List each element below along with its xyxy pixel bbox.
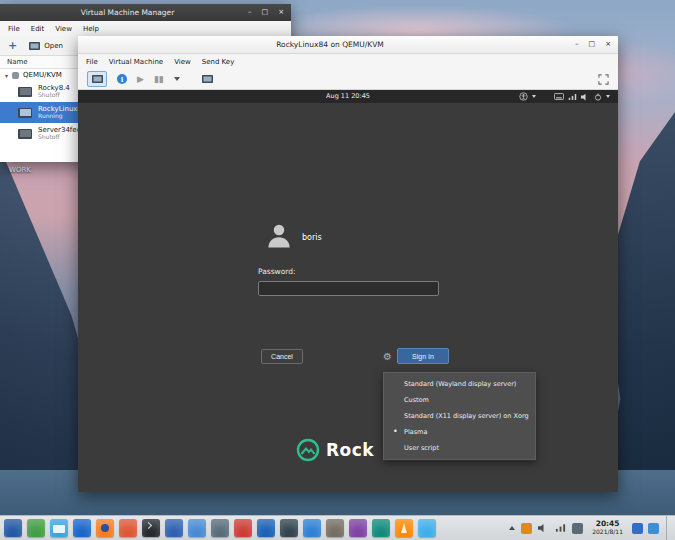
session-gear-icon[interactable]: ⚙ [383,349,392,364]
taskbar: 20:45 2021/8/11 [0,515,675,540]
gimp-icon[interactable] [326,519,344,537]
login-clock[interactable]: Aug 11 20:45 [326,90,370,103]
menu-view[interactable]: View [174,58,191,66]
session-option-plasma[interactable]: • Plasma [384,424,535,440]
volume-tray-icon[interactable] [538,523,549,533]
minimize-icon[interactable]: – [248,9,252,16]
fullscreen-button[interactable] [598,74,609,85]
firefox-icon[interactable] [96,519,114,537]
login-topbar: Aug 11 20:45 [78,90,618,103]
green-app-icon[interactable] [27,519,45,537]
viewer-titlebar[interactable]: RockyLinux84 on QEMU/KVM – □ × [78,36,618,54]
menu-edit[interactable]: Edit [31,25,45,33]
cancel-button[interactable]: Cancel [261,349,303,364]
vm-display[interactable]: Aug 11 20:45 [78,90,618,492]
desktop-folder-label[interactable]: WORK [9,166,31,174]
maximize-icon[interactable]: □ [589,41,596,48]
virtualbox-icon[interactable] [165,519,183,537]
maximize-icon[interactable]: □ [262,9,269,16]
red-app-icon[interactable] [234,519,252,537]
displays-icon[interactable] [202,75,213,83]
viewer-window-title: RockyLinux84 on QEMU/KVM [85,40,575,49]
session-option-xorg[interactable]: Standard (X11 display server) on Xorg [384,408,535,424]
session-option-wayland[interactable]: Standard (Wayland display server) [384,376,535,392]
desktop-root: WORK Virtual Machine Manager – □ × File … [0,0,675,540]
open-console-icon [29,42,40,50]
notifications-icon[interactable] [648,523,659,534]
shutdown-menu-caret-icon[interactable] [174,77,180,81]
menu-file[interactable]: File [8,25,20,33]
recorder-app-icon[interactable] [280,519,298,537]
window-controls: – □ × [575,41,611,48]
system-monitor-icon[interactable] [211,519,229,537]
hardware-details-icon[interactable]: i [117,74,127,84]
close-icon[interactable]: × [605,41,611,48]
clipboard-tray-icon[interactable] [572,523,583,534]
vm-viewer-window: RockyLinux84 on QEMU/KVM – □ × File Virt… [78,36,618,492]
expander-icon[interactable]: ▾ [5,72,8,79]
system-tray [509,523,583,534]
graphical-console-button[interactable] [87,71,107,87]
session-option-custom[interactable]: Custom [384,392,535,408]
keyboard-icon[interactable] [554,93,564,100]
console-icon [92,75,103,83]
connection-icon [12,72,19,79]
vlc-icon[interactable] [395,519,413,537]
vmm-titlebar[interactable]: Virtual Machine Manager – □ × [0,4,291,21]
open-button[interactable]: Open [29,42,63,50]
vmm-menubar: File Edit View Help [0,21,291,36]
open-label: Open [44,42,63,50]
accessibility-icon[interactable] [519,92,528,101]
tray-expand-icon[interactable] [509,526,515,530]
name-column-header: Name [7,58,28,66]
menu-virtual-machine[interactable]: Virtual Machine [109,58,163,66]
rocky-linux-logo: Rock [296,438,374,462]
viewer-toolbar: i ▶ ▮▮ [78,69,618,90]
password-input[interactable] [258,281,439,296]
new-vm-icon[interactable]: + [8,40,17,51]
clock-date: 2021/8/11 [592,529,623,536]
session-option-label: User script [404,444,439,452]
session-option-label: Standard (X11 display server) on Xorg [404,412,529,420]
vmm-window-title: Virtual Machine Manager [7,8,248,17]
document-viewer-icon[interactable] [303,519,321,537]
software-icon[interactable] [119,519,137,537]
teal-app-icon[interactable] [372,519,390,537]
app-launcher-icon[interactable] [4,519,22,537]
connection-label: QEMU/KVM [23,71,62,79]
email-client-icon[interactable] [257,519,275,537]
media-tray-icon[interactable] [521,523,532,534]
menu-file[interactable]: File [86,58,98,66]
rocky-logo-text: Rock [326,440,374,460]
power-icon[interactable] [594,93,602,101]
user-avatar[interactable] [264,220,294,250]
taskbar-clock[interactable]: 20:45 2021/8/11 [592,520,623,536]
session-option-user-script[interactable]: User script [384,440,535,456]
discover-icon[interactable] [418,519,436,537]
login-status-area [519,90,610,103]
window-controls: – □ × [248,9,284,16]
close-icon[interactable]: × [278,9,284,16]
pause-icon[interactable]: ▮▮ [154,75,164,84]
volume-icon[interactable] [581,93,590,101]
menu-help[interactable]: Help [83,25,99,33]
viewer-menubar: File Virtual Machine View Send Key [78,54,618,69]
network-tray-icon[interactable] [555,523,566,533]
video-editor-icon[interactable] [349,519,367,537]
keyboard-layout-icon[interactable] [632,523,643,534]
network-icon[interactable] [568,93,577,101]
show-desktop-button[interactable] [666,516,671,540]
fullscreen-icon [598,74,609,85]
text-editor-icon[interactable] [188,519,206,537]
menu-view[interactable]: View [55,25,72,33]
menu-send-key[interactable]: Send Key [202,58,235,66]
run-icon[interactable]: ▶ [137,75,144,84]
sign-in-button[interactable]: Sign In [397,348,449,364]
vm-console-icon [18,108,32,118]
browser-globe-icon[interactable] [73,519,91,537]
session-menu: Standard (Wayland display server) Custom… [383,372,536,460]
vm-console-icon [18,129,32,139]
file-manager-icon[interactable] [50,519,68,537]
konsole-icon[interactable] [142,519,160,537]
minimize-icon[interactable]: – [575,41,579,48]
